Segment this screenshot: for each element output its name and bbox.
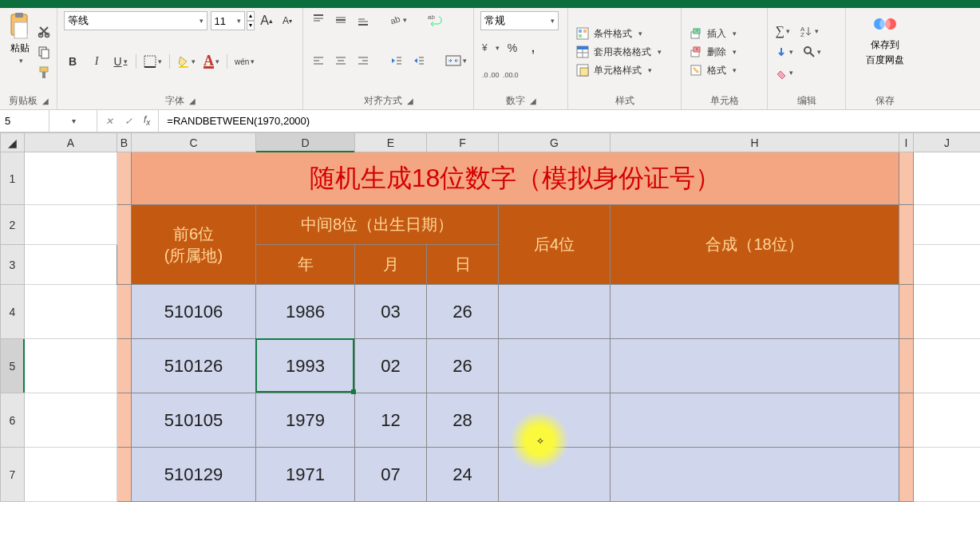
col-header-I[interactable]: I	[899, 133, 914, 152]
cell-C7[interactable]: 510129	[132, 448, 256, 502]
cell-D4[interactable]: 1986	[256, 285, 355, 339]
cell-B6[interactable]	[117, 393, 132, 448]
head-back4[interactable]: 后4位	[499, 205, 611, 285]
head-month[interactable]: 月	[355, 245, 427, 285]
head-year[interactable]: 年	[256, 245, 355, 285]
font-size-down[interactable]: ▾	[247, 21, 255, 30]
number-format-combo[interactable]: 常规▾	[480, 11, 559, 30]
cell-E4[interactable]: 03	[355, 285, 427, 339]
cell-A2[interactable]	[25, 205, 117, 245]
row-header-5[interactable]: 5	[1, 339, 25, 393]
cell-E6[interactable]: 12	[355, 393, 427, 448]
format-cells-button[interactable]: 格式▾	[688, 63, 761, 78]
align-dialog-launcher[interactable]: ◢	[407, 97, 413, 105]
head-compose[interactable]: 合成（18位）	[611, 205, 899, 285]
increase-decimal-button[interactable]: .0.00	[480, 66, 498, 84]
cell-I5[interactable]	[899, 339, 914, 393]
row-header-6[interactable]: 6	[1, 393, 25, 448]
insert-cells-button[interactable]: +插入▾	[688, 26, 761, 41]
cell-B4[interactable]	[117, 285, 132, 339]
cell-B2[interactable]	[117, 205, 132, 285]
cell-E7[interactable]: 07	[355, 448, 427, 502]
font-color-button[interactable]: A▾	[203, 53, 220, 70]
cell-G6[interactable]	[499, 393, 611, 448]
decrease-decimal-button[interactable]: .00.0	[501, 66, 519, 84]
cell-F5[interactable]: 26	[427, 339, 499, 393]
fx-button[interactable]: fx	[144, 114, 150, 127]
col-header-D[interactable]: D	[256, 133, 355, 152]
font-family-combo[interactable]: 等线▾	[64, 11, 207, 30]
worksheet-grid[interactable]: ◢ A B C D E F G H I J 1 随机生成18位数字（模拟身份证号…	[0, 132, 980, 502]
formula-input[interactable]	[159, 113, 980, 128]
font-size-combo[interactable]: 11▾	[211, 11, 246, 30]
col-header-B[interactable]: B	[117, 133, 132, 152]
format-as-table-button[interactable]: 套用表格格式▾	[575, 45, 674, 60]
find-select-button[interactable]: ▾	[802, 43, 822, 61]
cell-H6[interactable]	[611, 393, 899, 448]
head-front6[interactable]: 前6位(所属地)	[132, 205, 256, 285]
cell-F4[interactable]: 26	[427, 285, 499, 339]
row-header-4[interactable]: 4	[1, 285, 25, 339]
align-top-button[interactable]	[310, 11, 327, 29]
cell-D5[interactable]: 1993	[256, 339, 355, 393]
fill-button[interactable]: ▾	[774, 43, 794, 61]
cell-A7[interactable]	[25, 448, 117, 502]
cell-J5[interactable]	[914, 339, 981, 393]
font-dialog-launcher[interactable]: ◢	[189, 97, 196, 105]
cell-C5[interactable]: 510126	[132, 339, 256, 393]
col-header-J[interactable]: J	[914, 133, 981, 152]
cell-I1[interactable]	[899, 152, 914, 205]
cell-I7[interactable]	[899, 448, 914, 502]
cell-A1[interactable]	[25, 152, 117, 205]
cell-E5[interactable]: 02	[355, 339, 427, 393]
row-header-7[interactable]: 7	[1, 448, 25, 502]
cell-J4[interactable]	[914, 285, 981, 339]
align-left-button[interactable]	[310, 52, 327, 69]
cell-A3[interactable]	[25, 245, 117, 285]
row-header-2[interactable]: 2	[1, 205, 25, 245]
enter-formula-button[interactable]: ✓	[124, 116, 132, 127]
col-header-A[interactable]: A	[25, 133, 117, 152]
cell-D6[interactable]: 1979	[256, 393, 355, 448]
increase-indent-button[interactable]	[410, 52, 428, 69]
cell-B1[interactable]	[117, 152, 132, 205]
row-header-3[interactable]: 3	[1, 245, 25, 285]
autosum-button[interactable]: ∑▾	[774, 22, 792, 40]
decrease-indent-button[interactable]	[388, 52, 405, 69]
col-header-F[interactable]: F	[427, 133, 499, 152]
accounting-format-button[interactable]: ¥▾	[480, 39, 500, 57]
copy-button[interactable]	[35, 43, 53, 61]
col-header-G[interactable]: G	[499, 133, 611, 152]
delete-cells-button[interactable]: ×删除▾	[688, 45, 761, 60]
cell-G5[interactable]	[499, 339, 611, 393]
percent-format-button[interactable]: %	[504, 39, 521, 57]
cell-G4[interactable]	[499, 285, 611, 339]
sort-filter-button[interactable]: AZ▾	[800, 22, 820, 40]
fill-color-button[interactable]: ▾	[176, 53, 196, 70]
cell-J6[interactable]	[914, 393, 981, 448]
cell-F6[interactable]: 28	[427, 393, 499, 448]
underline-button[interactable]: U▾	[112, 53, 129, 70]
font-size-up[interactable]: ▴	[247, 11, 255, 21]
cell-J1[interactable]	[914, 152, 981, 205]
cell-B5[interactable]	[117, 339, 132, 393]
cell-D7[interactable]: 1971	[256, 448, 355, 502]
border-button[interactable]: ▾	[143, 53, 163, 70]
cell-A6[interactable]	[25, 393, 117, 448]
clear-button[interactable]: ▾	[774, 64, 794, 81]
align-center-button[interactable]	[332, 52, 350, 69]
save-to-baidu-button[interactable]: 保存到 百度网盘	[852, 11, 918, 93]
title-cell[interactable]: 随机生成18位数字（模拟身份证号）	[132, 152, 899, 205]
align-bottom-button[interactable]	[354, 11, 372, 29]
number-dialog-launcher[interactable]: ◢	[530, 97, 536, 105]
name-box[interactable]	[0, 110, 49, 132]
format-painter-button[interactable]	[35, 64, 53, 81]
align-right-button[interactable]	[354, 52, 372, 69]
paste-button[interactable]: 粘贴 ▾	[6, 11, 34, 93]
col-header-H[interactable]: H	[611, 133, 899, 152]
cell-H7[interactable]	[611, 448, 899, 502]
clipboard-dialog-launcher[interactable]: ◢	[42, 97, 49, 105]
col-header-E[interactable]: E	[355, 133, 427, 152]
grow-font-button[interactable]: A▴	[258, 12, 275, 30]
cell-J2[interactable]	[914, 205, 981, 245]
